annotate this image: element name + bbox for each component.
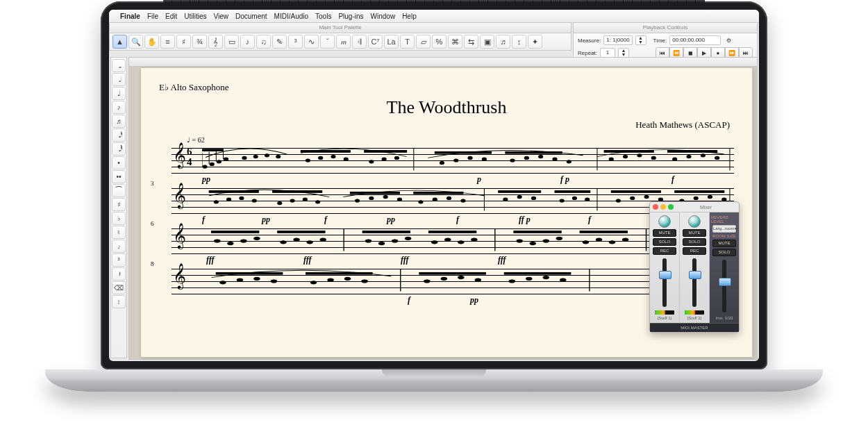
natural-tool[interactable]: ♮ [112,226,126,239]
menu-plugins[interactable]: Plug-ins [338,12,363,20]
scene: Finale File Edit Utilities View Document… [0,0,868,434]
mute-button[interactable]: MUTE [712,240,736,247]
master-fader[interactable] [722,260,726,312]
time-sig-tool[interactable]: ¾ [192,35,207,49]
settings-icon[interactable]: ⚙ [726,37,731,44]
dyn: pp [470,295,478,306]
dyn: fff [206,255,215,265]
menu-file[interactable]: File [147,12,158,20]
eraser-tool[interactable]: ⌫ [112,281,126,294]
hand-tool[interactable]: ✋ [144,35,159,49]
measure-tool[interactable]: ▭ [224,35,239,49]
selection-tool[interactable]: ▲ [112,35,127,49]
whole-note-tool[interactable]: 𝅝 [112,59,126,72]
menu-window[interactable]: Window [371,12,396,20]
sixtyfourth-note-tool[interactable]: 𝅘𝅥𝅱 [112,142,126,156]
repeat-tool[interactable]: 𝄇 [352,35,367,49]
double-dot-tool[interactable]: •• [112,170,126,183]
measure-number-8: 8 [151,260,154,267]
close-icon[interactable] [653,204,658,210]
dot-tool[interactable]: • [112,156,126,169]
menu-utilities[interactable]: Utilities [184,12,206,20]
mixer-window[interactable]: Mixer MUTE SOLO REC [Staff 1] MUTE SOLO … [649,201,740,333]
zoom-icon[interactable] [668,204,674,210]
text-tool[interactable]: T [400,35,415,49]
mute-button[interactable]: MUTE [683,229,706,237]
tuplet-entry-tool[interactable]: ³ [112,253,126,267]
measure-field[interactable]: 1: 1|0000 [603,35,632,45]
eighth-note-tool[interactable]: ♪ [112,101,126,114]
reverb-label: REVERB LEVEL [711,215,737,224]
menu-tools[interactable]: Tools [315,12,331,20]
mixer-strip-master: REVERB LEVEL Larg...room▾ ROOM SIZE MUTE… [710,212,739,323]
level-meter [655,310,674,315]
reverb-select[interactable]: Larg...room▾ [712,225,736,233]
quarter-note-tool[interactable]: ♩ [112,87,126,100]
page-layout-tool[interactable]: ▱ [416,35,431,49]
system-1: 𝄞 64 [159,148,734,173]
rec-button[interactable]: REC [683,247,706,255]
lyrics-tool[interactable]: La [384,35,399,49]
score-title: The Woodthrush [159,97,734,118]
thirtysecond-note-tool[interactable]: 𝅘𝅥𝅰 [112,128,126,142]
clef-tool[interactable]: 𝄞 [208,35,223,49]
simple-entry-tool[interactable]: ♪ [240,35,255,49]
repitch-tool[interactable]: ↕ [112,295,126,308]
rec-button[interactable]: REC [653,247,676,255]
tuplet-tool[interactable]: ³ [288,35,303,49]
menu-midi-audio[interactable]: MIDI/Audio [274,12,308,20]
sixteenth-note-tool[interactable]: ♬ [112,115,126,128]
special-tools[interactable]: ✦ [528,35,542,49]
flat-tool[interactable]: ♭ [112,212,126,225]
horizontal-ruler[interactable] [129,58,757,67]
graphics-tool[interactable]: ▣ [480,35,494,49]
repeat-stepper[interactable]: ▲▼ [618,48,629,58]
app-name[interactable]: Finale [120,12,140,20]
pan-knob[interactable] [688,215,701,228]
tool-palette-title: Main Tool Palette [109,22,571,33]
menu-edit[interactable]: Edit [165,12,177,20]
dyn: pp [262,215,270,225]
dynamic-p: p [477,174,481,185]
resize-tool[interactable]: % [432,35,446,49]
tie-tool[interactable]: ⁀ [112,184,126,197]
sharp-tool[interactable]: ♯ [112,198,126,211]
dyn: ff p [519,215,531,225]
hyperscribe-tool[interactable]: ✎ [272,35,287,49]
dynamic-pp: pp [202,174,210,185]
pan-knob[interactable] [658,215,671,228]
solo-button[interactable]: SOLO [683,238,706,246]
smart-shape-tool[interactable]: ∿ [304,35,319,49]
articulation-tool[interactable]: ˇ [320,35,335,49]
key-sig-tool[interactable]: ♯ [176,35,191,49]
grace-note-tool[interactable]: 𝆕 [112,240,126,253]
mirror-tool[interactable]: ⇆ [464,35,478,49]
laptop-keyboard [163,0,705,3]
time-field[interactable]: 00:00:00.000 [669,35,721,45]
note-mover-tool[interactable]: ↕ [512,35,526,49]
solo-button[interactable]: SOLO [712,249,736,256]
menu-view[interactable]: View [214,12,229,20]
staff-1[interactable]: 𝄞 64 [172,148,734,173]
strip-label: [Staff 2] [687,316,702,320]
half-note-tool[interactable]: 𝅗𝅥 [112,73,126,86]
measure-stepper[interactable]: ▲▼ [635,35,646,45]
chord-tool[interactable]: C⁷ [368,35,383,49]
repeat-field[interactable]: 1 [600,48,615,58]
ossia-tool[interactable]: ⌘ [448,35,462,49]
mute-button[interactable]: MUTE [653,229,676,237]
volume-fader[interactable] [662,258,667,307]
expression-tool[interactable]: 𝆐 [336,35,351,49]
menu-help[interactable]: Help [402,12,417,20]
staff-tool[interactable]: ≡ [160,35,175,49]
treble-clef-icon: 𝄞 [173,224,186,247]
mixer-titlebar[interactable]: Mixer [650,202,739,212]
solo-button[interactable]: SOLO [653,238,676,246]
volume-fader[interactable] [692,258,696,307]
rest-tool[interactable]: 𝄽 [112,267,126,281]
zoom-tool[interactable]: 🔍 [128,35,143,49]
speedy-entry-tool[interactable]: ♫ [256,35,271,49]
menu-document[interactable]: Document [235,12,267,20]
minimize-icon[interactable] [660,204,666,210]
midi-tool[interactable]: ♬ [496,35,510,49]
